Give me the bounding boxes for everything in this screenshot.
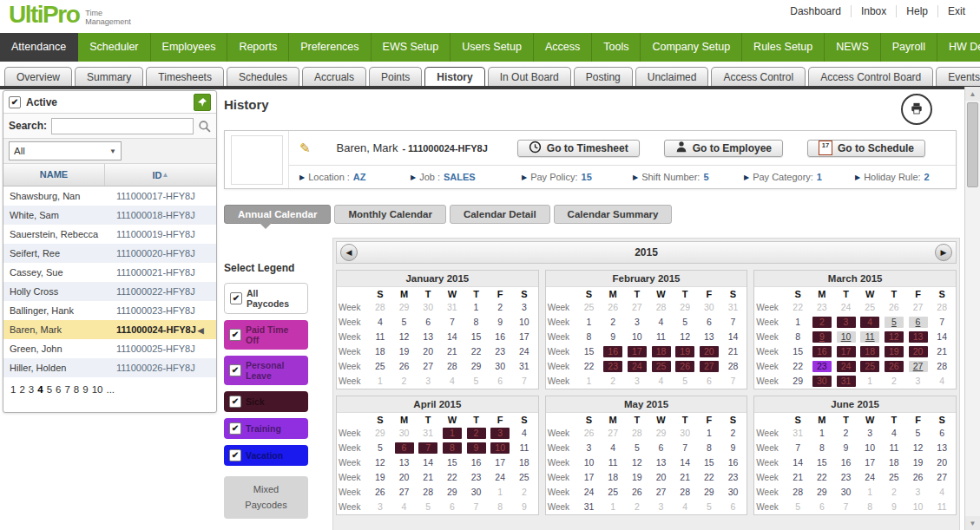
week-label[interactable]: Week xyxy=(548,458,577,468)
day-cell[interactable]: 10 xyxy=(512,317,536,328)
nav-item-company-setup[interactable]: Company Setup xyxy=(641,33,742,62)
day-cell[interactable]: 14 xyxy=(721,331,746,343)
tab-summary[interactable]: Summary xyxy=(75,67,143,86)
week-label[interactable]: Week xyxy=(756,362,786,371)
week-label[interactable]: Week xyxy=(339,473,368,482)
day-cell[interactable]: 23 xyxy=(834,472,858,483)
paid-time-off-checkbox[interactable]: ✔ xyxy=(229,329,241,341)
nav-item-employees[interactable]: Employees xyxy=(151,33,228,62)
day-cell[interactable]: 26 xyxy=(906,472,931,483)
day-cell[interactable]: 24 xyxy=(512,346,536,357)
day-cell[interactable]: 10 xyxy=(834,331,858,343)
week-label[interactable]: Week xyxy=(548,502,577,512)
week-label[interactable]: Week xyxy=(548,332,577,342)
nav-item-tools[interactable]: Tools xyxy=(592,33,641,62)
day-cell[interactable]: 24 xyxy=(834,361,858,372)
day-cell[interactable]: 12 xyxy=(625,457,649,468)
day-cell[interactable]: 14 xyxy=(673,457,697,468)
day-cell[interactable]: 20 xyxy=(392,472,417,483)
day-cell[interactable]: 30 xyxy=(464,487,489,498)
day-cell[interactable]: 2 xyxy=(488,302,512,313)
day-cell[interactable]: 16 xyxy=(810,346,834,357)
day-cell[interactable]: 4 xyxy=(649,317,674,328)
week-label[interactable]: Week xyxy=(756,303,786,312)
day-cell[interactable]: 1 xyxy=(697,428,721,439)
week-label[interactable]: Week xyxy=(339,443,368,453)
week-label[interactable]: Week xyxy=(339,376,368,386)
nav-item-ews-setup[interactable]: EWS Setup xyxy=(372,33,451,62)
nav-item-hw-devices[interactable]: HW Devices xyxy=(937,33,980,62)
day-cell[interactable]: 3 xyxy=(577,442,602,454)
day-cell[interactable]: 13 xyxy=(697,331,721,343)
week-label[interactable]: Week xyxy=(756,376,786,386)
column-header-id[interactable]: ID▲ xyxy=(105,164,216,186)
day-cell[interactable]: 9 xyxy=(488,317,512,328)
week-label[interactable]: Week xyxy=(756,502,786,512)
day-cell[interactable]: 25 xyxy=(512,472,536,483)
day-cell[interactable]: 8 xyxy=(577,331,602,343)
day-cell[interactable]: 10 xyxy=(577,457,602,468)
day-cell[interactable]: 9 xyxy=(834,442,858,454)
tab-accruals[interactable]: Accruals xyxy=(302,67,366,86)
day-cell[interactable]: 21 xyxy=(440,346,464,357)
day-cell[interactable]: 5 xyxy=(906,428,931,439)
tab-in-out-board[interactable]: In Out Board xyxy=(488,67,571,86)
day-cell[interactable]: 16 xyxy=(834,457,858,468)
pagination-page-2[interactable]: 2 xyxy=(19,384,24,395)
day-cell[interactable]: 30 xyxy=(810,376,834,387)
day-cell[interactable]: 25 xyxy=(368,361,392,372)
week-label[interactable]: Week xyxy=(756,487,786,497)
day-cell[interactable]: 18 xyxy=(882,457,906,468)
day-cell[interactable]: 30 xyxy=(488,361,512,372)
go-to-schedule-button[interactable]: 17Go to Schedule xyxy=(807,140,925,157)
day-cell[interactable]: 17 xyxy=(577,472,602,483)
day-cell[interactable]: 25 xyxy=(882,472,906,483)
day-cell[interactable]: 26 xyxy=(882,361,906,372)
day-cell[interactable]: 29 xyxy=(464,361,489,372)
day-cell[interactable]: 23 xyxy=(464,472,489,483)
all-paycodes-checkbox[interactable]: ✔ xyxy=(230,292,242,304)
filter-select[interactable]: All ▼ xyxy=(9,141,122,160)
nav-item-users-setup[interactable]: Users Setup xyxy=(451,33,534,62)
training-checkbox[interactable]: ✔ xyxy=(229,422,241,435)
day-cell[interactable]: 1 xyxy=(577,317,602,328)
day-cell[interactable]: 21 xyxy=(673,472,697,483)
day-cell[interactable]: 12 xyxy=(368,457,392,468)
tab-monthly-calendar[interactable]: Monthly Calendar xyxy=(334,205,445,224)
day-cell[interactable]: 7 xyxy=(721,317,746,328)
day-cell[interactable]: 15 xyxy=(786,346,810,357)
day-cell[interactable]: 1 xyxy=(440,428,464,439)
day-cell[interactable]: 29 xyxy=(810,487,834,498)
legend-item-training[interactable]: ✔Training xyxy=(224,418,308,439)
day-cell[interactable]: 30 xyxy=(834,487,858,498)
day-cell[interactable]: 4 xyxy=(512,428,536,439)
day-cell[interactable]: 10 xyxy=(858,442,882,454)
day-cell[interactable]: 21 xyxy=(416,472,440,483)
day-cell[interactable]: 15 xyxy=(464,331,489,343)
employee-row[interactable]: Ballinger, Hank111000023-HFY8J xyxy=(3,301,216,320)
day-cell[interactable]: 8 xyxy=(464,317,489,328)
employee-row[interactable]: Seifert, Ree111000020-HFY8J xyxy=(3,244,216,263)
day-cell[interactable]: 9 xyxy=(601,331,625,343)
day-cell[interactable]: 2 xyxy=(721,428,746,439)
go-to-timesheet-button[interactable]: Go to Timesheet xyxy=(517,140,640,157)
day-cell[interactable]: 11 xyxy=(512,442,536,454)
day-cell[interactable]: 3 xyxy=(858,428,882,439)
day-cell[interactable]: 13 xyxy=(930,442,954,454)
day-cell[interactable]: 8 xyxy=(810,442,834,454)
personal-leave-checkbox[interactable]: ✔ xyxy=(229,364,241,376)
nav-item-scheduler[interactable]: Scheduler xyxy=(78,33,150,62)
day-cell[interactable]: 17 xyxy=(488,457,512,468)
day-cell[interactable]: 24 xyxy=(488,472,512,483)
employee-row[interactable]: White, Sam111000018-HFY8J xyxy=(3,206,216,225)
tab-annual-calendar[interactable]: Annual Calendar xyxy=(224,205,331,224)
day-cell[interactable]: 28 xyxy=(930,361,954,372)
pagination-page-3[interactable]: 3 xyxy=(29,384,34,395)
nav-item-access[interactable]: Access xyxy=(534,33,592,62)
day-cell[interactable]: 15 xyxy=(440,457,464,468)
day-cell[interactable]: 4 xyxy=(858,317,882,328)
detail-value[interactable]: 1 xyxy=(817,172,822,182)
vertical-scrollbar[interactable]: ▲ ▼ xyxy=(964,87,980,530)
week-label[interactable]: Week xyxy=(548,317,577,327)
day-cell[interactable]: 8 xyxy=(440,442,464,454)
